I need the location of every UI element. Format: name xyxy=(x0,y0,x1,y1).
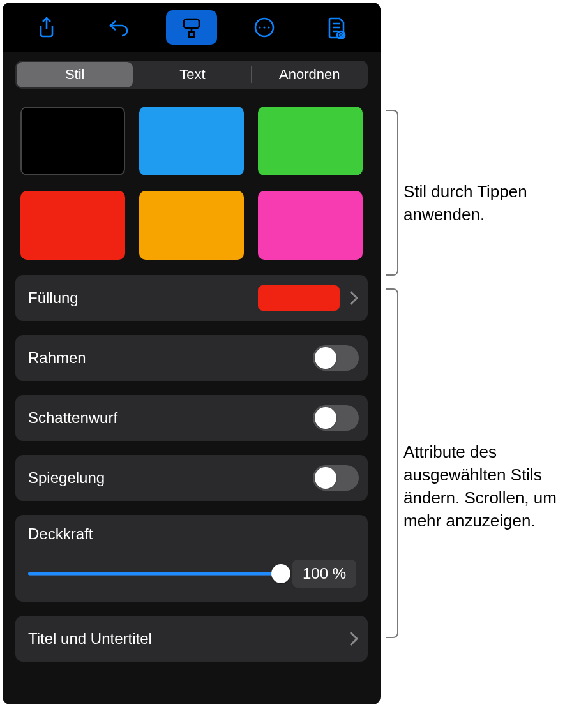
chevron-right-icon xyxy=(349,630,359,647)
border-label: Rahmen xyxy=(28,349,313,367)
callout-apply-style: Stil durch Tippen anwenden. xyxy=(403,180,588,226)
opacity-row: Deckkraft 100 % xyxy=(15,515,368,602)
undo-button[interactable] xyxy=(93,10,144,45)
svg-point-2 xyxy=(263,26,265,28)
callout-bracket xyxy=(386,110,398,276)
border-row[interactable]: Rahmen xyxy=(15,335,368,381)
svg-point-1 xyxy=(259,26,260,28)
format-button[interactable] xyxy=(166,10,217,45)
style-swatches xyxy=(3,93,381,267)
format-panel: Stil Text Anordnen Füllung xyxy=(3,3,381,704)
fill-label: Füllung xyxy=(28,289,258,307)
style-swatch-red[interactable] xyxy=(20,191,125,260)
shadow-label: Schattenwurf xyxy=(28,409,313,427)
opacity-value[interactable]: 100 % xyxy=(292,560,356,588)
opacity-slider[interactable] xyxy=(28,565,281,583)
chevron-right-icon xyxy=(349,290,359,306)
svg-point-3 xyxy=(268,26,269,28)
style-swatch-black[interactable] xyxy=(20,107,125,175)
style-swatch-green[interactable] xyxy=(258,107,363,175)
style-swatch-orange[interactable] xyxy=(139,191,244,260)
reflection-toggle[interactable] xyxy=(313,465,359,491)
style-swatch-blue[interactable] xyxy=(139,107,244,175)
more-button[interactable] xyxy=(239,10,290,45)
document-settings-button[interactable] xyxy=(311,10,362,45)
callout-bracket xyxy=(386,288,398,638)
reflection-label: Spiegelung xyxy=(28,469,313,487)
tab-arrange[interactable]: Anordnen xyxy=(252,61,368,89)
shadow-row[interactable]: Schattenwurf xyxy=(15,395,368,441)
opacity-label: Deckkraft xyxy=(28,525,356,543)
titles-row[interactable]: Titel und Untertitel xyxy=(15,616,368,662)
border-toggle[interactable] xyxy=(313,345,359,371)
fill-color-preview xyxy=(258,285,340,311)
svg-point-5 xyxy=(340,34,342,36)
segmented-control: Stil Text Anordnen xyxy=(15,61,368,89)
toolbar xyxy=(3,3,381,52)
fill-row[interactable]: Füllung xyxy=(15,275,368,321)
reflection-row[interactable]: Spiegelung xyxy=(15,455,368,501)
tab-style[interactable]: Stil xyxy=(17,62,133,87)
tab-text[interactable]: Text xyxy=(134,61,250,89)
callout-edit-attributes: Attribute des ausgewählten Stils ändern.… xyxy=(403,440,588,532)
titles-label: Titel und Untertitel xyxy=(28,630,349,648)
style-attribute-list: Füllung Rahmen Schattenwurf Spiegel xyxy=(3,267,381,662)
share-button[interactable] xyxy=(21,10,72,45)
shadow-toggle[interactable] xyxy=(313,405,359,431)
style-swatch-magenta[interactable] xyxy=(258,191,363,260)
